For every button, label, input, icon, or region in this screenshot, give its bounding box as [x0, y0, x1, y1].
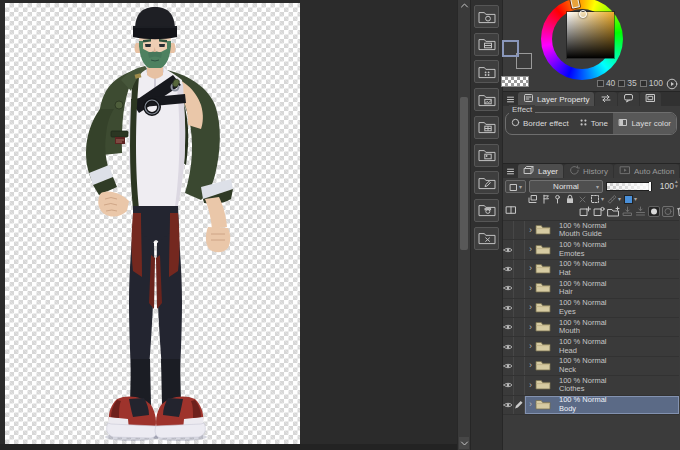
draft-layer-icon[interactable]: [541, 194, 550, 204]
layer-visibility-toggle[interactable]: [503, 221, 514, 239]
sv-marker[interactable]: [579, 10, 587, 18]
layer-item[interactable]: ›100 % NormalHat: [525, 260, 679, 278]
merge-down-icon[interactable]: [635, 206, 646, 217]
layer-color-button[interactable]: Layer color: [613, 113, 676, 134]
material-camera-icon[interactable]: [474, 199, 499, 222]
hue-icon: 40: [597, 78, 615, 88]
menu-icon[interactable]: [505, 165, 516, 178]
layer-item[interactable]: ›100 % NormalHair: [525, 279, 679, 297]
hue-handle[interactable]: [570, 0, 580, 9]
expand-arrow-icon[interactable]: ›: [529, 381, 532, 390]
history-icon: [569, 165, 580, 177]
new-layer-dialog-icon[interactable]: [593, 206, 605, 217]
frame-icon: [645, 93, 656, 105]
tab-auto-action[interactable]: Auto Action: [614, 164, 679, 178]
expand-arrow-icon[interactable]: ›: [529, 284, 532, 293]
layer-visibility-toggle[interactable]: [503, 318, 514, 336]
tab-exchange[interactable]: [595, 92, 617, 106]
material-picture-icon[interactable]: [474, 144, 499, 167]
tab-history[interactable]: History: [564, 164, 613, 178]
material-card-icon[interactable]: [474, 33, 499, 56]
tab-label: Auto Action: [634, 167, 674, 176]
scroll-up-button[interactable]: [459, 0, 469, 10]
layer-visibility-toggle[interactable]: [503, 299, 514, 317]
layer-item[interactable]: ›100 % NormalMouth: [525, 318, 679, 336]
folder-icon: [535, 221, 551, 239]
layer-edit-indicator: [514, 240, 525, 258]
layer-item[interactable]: ›100 % NormalHead: [525, 337, 679, 355]
pin-icon[interactable]: [553, 194, 562, 204]
material-pattern-icon[interactable]: [474, 60, 499, 83]
blend-mode-value: Normal: [553, 182, 579, 191]
sv-square[interactable]: [567, 12, 614, 58]
scrollbar-thumb[interactable]: [460, 97, 468, 250]
layer-visibility-toggle[interactable]: [503, 357, 514, 375]
canvas-vertical-scrollbar[interactable]: [457, 0, 470, 450]
border-effect-button[interactable]: Border effect: [506, 113, 574, 134]
side-panels: 4035100 Layer Property Effect Border eff…: [502, 0, 680, 450]
scroll-down-button[interactable]: [459, 437, 469, 449]
ruler-icon[interactable]: ▾: [607, 194, 621, 204]
delete-layer-icon[interactable]: [676, 206, 680, 217]
close-icon[interactable]: [578, 195, 587, 204]
material-color-set-icon[interactable]: [474, 5, 499, 28]
layer-visibility-toggle[interactable]: [503, 279, 514, 297]
layer-visibility-toggle[interactable]: [503, 396, 514, 414]
tab-balloon[interactable]: [618, 92, 639, 106]
layer-item[interactable]: ›100 % NormalBody: [525, 396, 679, 414]
layer-item[interactable]: ›100 % NormalNeck: [525, 357, 679, 375]
tab-layer-property[interactable]: Layer Property: [518, 92, 594, 106]
lock-icon[interactable]: [565, 194, 575, 204]
layer-visibility-toggle[interactable]: [503, 376, 514, 394]
expand-arrow-icon[interactable]: ›: [529, 245, 532, 254]
expand-arrow-icon[interactable]: ›: [529, 226, 532, 235]
layer-item[interactable]: ›100 % NormalClothes: [525, 376, 679, 394]
two-pane-icon[interactable]: [505, 205, 517, 215]
new-layer-icon[interactable]: [579, 206, 591, 217]
palette-color-selector[interactable]: ▾: [505, 180, 526, 193]
layer-tool-row-1: ▾▾▾: [527, 193, 637, 205]
tab-label: Layer Property: [537, 95, 589, 104]
material-image-icon[interactable]: [474, 88, 499, 111]
layer-item[interactable]: ›100 % NormalMouth Guide: [525, 221, 679, 239]
transfer-down-icon[interactable]: [622, 206, 633, 217]
expand-arrow-icon[interactable]: ›: [529, 264, 532, 273]
expand-arrow-icon[interactable]: ›: [529, 400, 532, 409]
layer-property-icon: [523, 93, 534, 105]
layer-visibility-toggle[interactable]: [503, 240, 514, 258]
expand-arrow-icon[interactable]: ›: [529, 323, 532, 332]
folder-icon: [535, 299, 551, 317]
new-folder-icon[interactable]: [607, 206, 620, 217]
layer-row: ›100 % NormalEyes: [503, 299, 679, 318]
material-window-icon[interactable]: [474, 116, 499, 139]
tab-frame[interactable]: [640, 92, 661, 106]
opacity-slider[interactable]: [606, 182, 652, 191]
folder-icon: [535, 396, 551, 414]
layer-mask-icon[interactable]: [648, 206, 660, 217]
folder-icon: [535, 338, 551, 356]
clip-below-icon[interactable]: [527, 194, 538, 204]
transparent-color-swatch[interactable]: [501, 76, 529, 87]
effect-section-label: Effect: [509, 105, 535, 114]
expand-arrow-icon[interactable]: ›: [529, 361, 532, 370]
tone-button[interactable]: Tone: [574, 113, 613, 134]
layer-tool-row-2: [579, 205, 680, 217]
layer-item[interactable]: ›100 % NormalEmotes: [525, 240, 679, 258]
layer-visibility-toggle[interactable]: [503, 337, 514, 355]
expand-arrow-icon[interactable]: ›: [529, 342, 532, 351]
expand-arrow-icon[interactable]: ›: [529, 303, 532, 312]
blend-mode-select[interactable]: Normal▾: [529, 180, 603, 193]
layer-item[interactable]: ›100 % NormalEyes: [525, 299, 679, 317]
main-color-swatch[interactable]: [502, 40, 519, 57]
character-illustration: [5, 3, 300, 444]
material-edit-icon[interactable]: [474, 171, 499, 194]
mask-area-icon[interactable]: [662, 206, 674, 217]
folder-icon: [535, 241, 551, 259]
layer-color-chip-icon[interactable]: ▾: [624, 195, 637, 204]
tab-layer[interactable]: Layer: [518, 164, 563, 178]
canvas[interactable]: [5, 3, 300, 444]
opacity-spinner[interactable]: ▴▾: [675, 179, 678, 189]
layer-visibility-toggle[interactable]: [503, 260, 514, 278]
material-close-icon[interactable]: [474, 227, 499, 250]
selection-area-icon[interactable]: ▾: [590, 194, 604, 204]
